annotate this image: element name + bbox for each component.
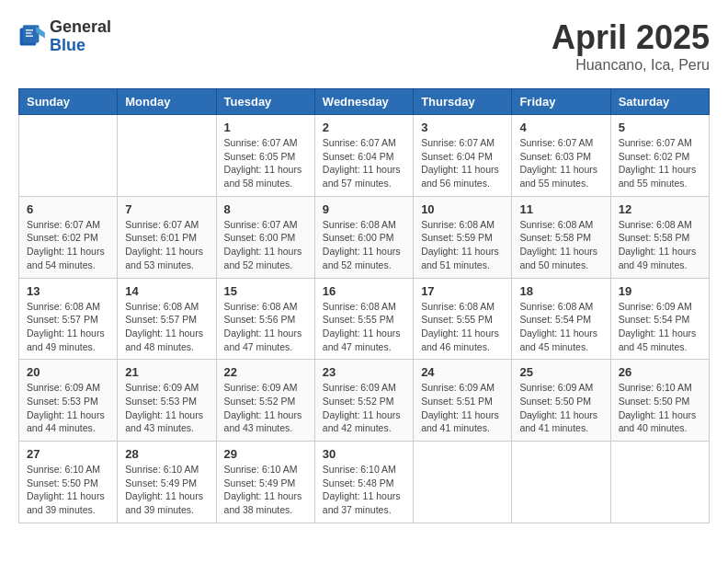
day-info: Sunrise: 6:08 AM Sunset: 5:55 PM Dayligh… [421,300,504,354]
day-info: Sunrise: 6:09 AM Sunset: 5:51 PM Dayligh… [421,381,504,435]
col-monday: Monday [118,89,216,115]
calendar-cell: 4Sunrise: 6:07 AM Sunset: 6:03 PM Daylig… [512,115,610,197]
day-number: 11 [519,202,602,216]
calendar-cell: 29Sunrise: 6:10 AM Sunset: 5:49 PM Dayli… [216,442,314,523]
week-row-1: 1Sunrise: 6:07 AM Sunset: 6:05 PM Daylig… [19,115,710,197]
day-number: 30 [323,447,405,461]
day-number: 4 [519,121,602,134]
logo: General Blue [18,18,111,55]
day-number: 14 [125,284,208,298]
calendar-cell: 10Sunrise: 6:08 AM Sunset: 5:59 PM Dayli… [414,196,512,278]
day-info: Sunrise: 6:10 AM Sunset: 5:49 PM Dayligh… [125,463,208,517]
day-info: Sunrise: 6:08 AM Sunset: 5:58 PM Dayligh… [519,218,602,272]
calendar-cell: 24Sunrise: 6:09 AM Sunset: 5:51 PM Dayli… [414,360,512,442]
day-number: 17 [421,284,504,298]
day-number: 26 [619,365,701,379]
svg-rect-5 [26,35,33,37]
calendar-cell: 18Sunrise: 6:08 AM Sunset: 5:54 PM Dayli… [512,278,610,360]
day-number: 3 [421,121,504,134]
logo-icon [18,22,48,52]
calendar-cell: 16Sunrise: 6:08 AM Sunset: 5:55 PM Dayli… [314,278,413,360]
day-info: Sunrise: 6:09 AM Sunset: 5:50 PM Dayligh… [519,381,602,435]
calendar-cell: 6Sunrise: 6:07 AM Sunset: 6:02 PM Daylig… [19,196,118,278]
day-info: Sunrise: 6:10 AM Sunset: 5:50 PM Dayligh… [619,381,701,435]
calendar-cell: 30Sunrise: 6:10 AM Sunset: 5:48 PM Dayli… [314,442,413,523]
day-info: Sunrise: 6:08 AM Sunset: 5:57 PM Dayligh… [27,300,109,354]
logo-general: General [50,18,111,37]
day-info: Sunrise: 6:08 AM Sunset: 5:54 PM Dayligh… [519,300,602,354]
month-title: April 2025 [552,18,710,57]
day-info: Sunrise: 6:09 AM Sunset: 5:52 PM Dayligh… [323,381,405,435]
day-info: Sunrise: 6:07 AM Sunset: 6:05 PM Dayligh… [224,136,307,190]
day-number: 27 [27,447,109,461]
calendar-cell: 13Sunrise: 6:08 AM Sunset: 5:57 PM Dayli… [19,278,118,360]
day-info: Sunrise: 6:07 AM Sunset: 6:03 PM Dayligh… [519,136,602,190]
calendar-cell: 23Sunrise: 6:09 AM Sunset: 5:52 PM Dayli… [314,360,413,442]
calendar-cell: 28Sunrise: 6:10 AM Sunset: 5:49 PM Dayli… [118,442,216,523]
day-info: Sunrise: 6:08 AM Sunset: 5:57 PM Dayligh… [125,300,208,354]
day-info: Sunrise: 6:09 AM Sunset: 5:52 PM Dayligh… [224,381,307,435]
day-number: 16 [323,284,405,298]
calendar-cell: 12Sunrise: 6:08 AM Sunset: 5:58 PM Dayli… [610,196,709,278]
day-info: Sunrise: 6:07 AM Sunset: 6:00 PM Dayligh… [224,218,307,272]
calendar-cell [610,442,709,523]
calendar-cell: 7Sunrise: 6:07 AM Sunset: 6:01 PM Daylig… [118,196,216,278]
calendar-cell [118,115,216,197]
calendar-cell: 8Sunrise: 6:07 AM Sunset: 6:00 PM Daylig… [216,196,314,278]
day-info: Sunrise: 6:10 AM Sunset: 5:48 PM Dayligh… [323,463,405,517]
calendar-cell: 25Sunrise: 6:09 AM Sunset: 5:50 PM Dayli… [512,360,610,442]
col-thursday: Thursday [414,89,512,115]
calendar-cell [19,115,118,197]
day-number: 24 [421,365,504,379]
svg-rect-4 [26,32,31,34]
calendar-cell: 21Sunrise: 6:09 AM Sunset: 5:53 PM Dayli… [118,360,216,442]
day-info: Sunrise: 6:10 AM Sunset: 5:50 PM Dayligh… [27,463,109,517]
week-row-2: 6Sunrise: 6:07 AM Sunset: 6:02 PM Daylig… [19,196,710,278]
calendar-cell: 22Sunrise: 6:09 AM Sunset: 5:52 PM Dayli… [216,360,314,442]
calendar-cell: 9Sunrise: 6:08 AM Sunset: 6:00 PM Daylig… [314,196,413,278]
day-number: 8 [224,202,307,216]
day-info: Sunrise: 6:07 AM Sunset: 6:04 PM Dayligh… [421,136,504,190]
location: Huancano, Ica, Peru [552,57,710,74]
calendar-cell: 14Sunrise: 6:08 AM Sunset: 5:57 PM Dayli… [118,278,216,360]
calendar-cell [414,442,512,523]
calendar-cell: 11Sunrise: 6:08 AM Sunset: 5:58 PM Dayli… [512,196,610,278]
week-row-3: 13Sunrise: 6:08 AM Sunset: 5:57 PM Dayli… [19,278,710,360]
day-number: 29 [224,447,307,461]
svg-rect-3 [26,29,33,31]
logo-text: General Blue [50,18,111,55]
day-number: 2 [323,121,405,134]
day-number: 28 [125,447,208,461]
calendar-cell: 5Sunrise: 6:07 AM Sunset: 6:02 PM Daylig… [610,115,709,197]
day-number: 5 [619,121,701,134]
calendar-cell: 26Sunrise: 6:10 AM Sunset: 5:50 PM Dayli… [610,360,709,442]
day-number: 22 [224,365,307,379]
day-number: 1 [224,121,307,134]
day-number: 23 [323,365,405,379]
day-info: Sunrise: 6:09 AM Sunset: 5:54 PM Dayligh… [619,300,701,354]
logo-blue: Blue [50,37,111,55]
calendar-cell: 27Sunrise: 6:10 AM Sunset: 5:50 PM Dayli… [19,442,118,523]
col-friday: Friday [512,89,610,115]
calendar-cell: 2Sunrise: 6:07 AM Sunset: 6:04 PM Daylig… [314,115,413,197]
day-info: Sunrise: 6:08 AM Sunset: 6:00 PM Dayligh… [323,218,405,272]
day-number: 15 [224,284,307,298]
day-number: 13 [27,284,109,298]
day-info: Sunrise: 6:08 AM Sunset: 5:59 PM Dayligh… [421,218,504,272]
col-wednesday: Wednesday [314,89,413,115]
calendar-header-row: Sunday Monday Tuesday Wednesday Thursday… [19,89,710,115]
calendar-table: Sunday Monday Tuesday Wednesday Thursday… [18,88,710,523]
calendar-cell: 17Sunrise: 6:08 AM Sunset: 5:55 PM Dayli… [414,278,512,360]
calendar-cell: 3Sunrise: 6:07 AM Sunset: 6:04 PM Daylig… [414,115,512,197]
calendar-cell: 20Sunrise: 6:09 AM Sunset: 5:53 PM Dayli… [19,360,118,442]
day-number: 10 [421,202,504,216]
day-number: 7 [125,202,208,216]
day-number: 9 [323,202,405,216]
calendar-cell: 19Sunrise: 6:09 AM Sunset: 5:54 PM Dayli… [610,278,709,360]
day-info: Sunrise: 6:09 AM Sunset: 5:53 PM Dayligh… [27,381,109,435]
week-row-4: 20Sunrise: 6:09 AM Sunset: 5:53 PM Dayli… [19,360,710,442]
day-info: Sunrise: 6:07 AM Sunset: 6:02 PM Dayligh… [27,218,109,272]
col-saturday: Saturday [610,89,709,115]
day-info: Sunrise: 6:08 AM Sunset: 5:56 PM Dayligh… [224,300,307,354]
calendar-cell: 1Sunrise: 6:07 AM Sunset: 6:05 PM Daylig… [216,115,314,197]
